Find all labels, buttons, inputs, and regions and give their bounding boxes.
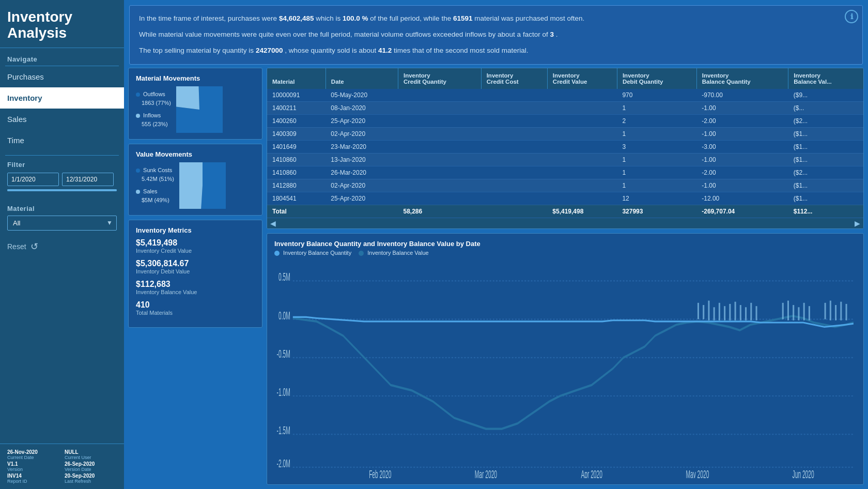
table-scroll[interactable]: Material Date InventoryCredit Quantity I… bbox=[267, 68, 863, 218]
times-value: 41.2 bbox=[378, 47, 392, 54]
svg-text:-1.0M: -1.0M bbox=[277, 386, 290, 399]
left-panels: Material Movements Outflows 1863 (77%) I… bbox=[128, 68, 262, 485]
banner-line2: While material value movements were quit… bbox=[139, 29, 853, 41]
svg-rect-28 bbox=[735, 302, 736, 320]
col-date: Date bbox=[326, 68, 398, 89]
footer-version: V1.1 Version bbox=[7, 461, 59, 472]
svg-rect-24 bbox=[714, 307, 715, 320]
inventory-metrics-panel: Inventory Metrics $5,419,498 Inventory C… bbox=[128, 220, 262, 328]
date-range bbox=[7, 173, 117, 186]
reset-row: Reset ↺ bbox=[0, 234, 124, 257]
chart-title: Inventory Balance Quantity and Inventory… bbox=[274, 240, 856, 248]
balance-value-line bbox=[293, 316, 854, 429]
svg-rect-38 bbox=[809, 306, 810, 320]
material-number: 61591 bbox=[453, 14, 473, 22]
right-panels: Material Date InventoryCredit Quantity I… bbox=[267, 68, 864, 485]
reset-icon: ↺ bbox=[30, 241, 38, 252]
svg-text:Mar 2020: Mar 2020 bbox=[475, 468, 497, 478]
value-movements-chart: Sunk Costs 5.42M (51%) Sales $5M (49%) bbox=[136, 162, 255, 209]
pct-value: 100.0 % bbox=[343, 14, 368, 22]
pie-labels-value: Sunk Costs 5.42M (51%) Sales $5M (49%) bbox=[136, 166, 174, 205]
inventory-metrics-title: Inventory Metrics bbox=[136, 226, 255, 234]
navigate-label: Navigate bbox=[0, 48, 124, 66]
sidebar-item-purchases[interactable]: Purchases bbox=[0, 66, 124, 87]
debit-value-label: Inventory Debit Value bbox=[136, 268, 255, 274]
inflows-label: Inflows 555 (23%) bbox=[136, 111, 171, 129]
svg-text:Feb 2020: Feb 2020 bbox=[369, 468, 391, 478]
credit-value-metric: $5,419,498 Inventory Credit Value bbox=[136, 238, 255, 254]
material-label: Material bbox=[7, 205, 117, 212]
table-row: 140030902-Apr-20201-1.00($1... bbox=[267, 127, 863, 140]
sales-label: Sales $5M (49%) bbox=[136, 187, 174, 205]
date-end-input[interactable] bbox=[62, 173, 114, 186]
factor-value: 3 bbox=[550, 30, 554, 38]
material-select[interactable]: All bbox=[7, 216, 117, 231]
svg-rect-33 bbox=[782, 303, 784, 319]
credit-value-val: $5,419,498 bbox=[136, 238, 255, 248]
bar-overlay bbox=[698, 300, 847, 320]
reset-label: Reset bbox=[7, 242, 26, 251]
col-material: Material bbox=[267, 68, 326, 89]
pie-labels-material: Outflows 1863 (77%) Inflows 555 (23%) bbox=[136, 90, 171, 129]
app-title: Inventory Analysis bbox=[0, 0, 124, 48]
info-button[interactable]: ℹ bbox=[845, 10, 858, 23]
col-credit-qty: InventoryCredit Quantity bbox=[398, 68, 481, 89]
col-debit-qty: InventoryDebit Quantity bbox=[617, 68, 696, 89]
footer-current-user: NULL Current User bbox=[65, 449, 117, 460]
material-select-wrapper: All ▼ bbox=[7, 216, 117, 231]
material-movements-chart: Outflows 1863 (77%) Inflows 555 (23%) bbox=[136, 86, 255, 133]
table-body: 1000009105-May-2020970-970.00($9...14002… bbox=[267, 89, 863, 218]
banner-line1: In the time frame of interest, purchases… bbox=[139, 13, 853, 25]
scroll-left-button[interactable]: ◀ bbox=[270, 219, 276, 227]
inventory-table-panel: Material Date InventoryCredit Quantity I… bbox=[267, 68, 864, 229]
table-row: 180454125-Apr-202012-12.00($1... bbox=[267, 192, 863, 205]
sunk-label: Sunk Costs 5.42M (51%) bbox=[136, 166, 174, 184]
table-row: 1000009105-May-2020970-970.00($9... bbox=[267, 89, 863, 102]
sidebar-item-sales[interactable]: Sales bbox=[0, 109, 124, 130]
date-slider[interactable] bbox=[7, 189, 117, 191]
svg-rect-27 bbox=[729, 304, 731, 320]
svg-rect-43 bbox=[846, 304, 847, 320]
balance-value-val: $112,683 bbox=[136, 280, 255, 289]
chart-legend: Inventory Balance Quantity Inventory Bal… bbox=[274, 250, 856, 256]
sunk-dot bbox=[136, 169, 140, 173]
footer-info: 26-Nov-2020 Current Date NULL Current Us… bbox=[7, 449, 117, 484]
scroll-right-button[interactable]: ▶ bbox=[855, 219, 860, 227]
svg-rect-39 bbox=[825, 303, 826, 319]
inflows-dot bbox=[136, 114, 140, 118]
credit-value-label: Inventory Credit Value bbox=[136, 248, 255, 254]
sidebar-footer: 26-Nov-2020 Current Date NULL Current Us… bbox=[0, 444, 124, 489]
sidebar-item-inventory[interactable]: Inventory bbox=[0, 87, 124, 109]
summary-banner: ℹ In the time frame of interest, purchas… bbox=[129, 5, 863, 65]
value-movements-title: Value Movements bbox=[136, 150, 255, 158]
banner-line3: The top selling material by quantity is … bbox=[139, 45, 853, 57]
footer-version-date: 26-Sep-2020 Version Date bbox=[65, 461, 117, 472]
col-credit-value: InventoryCredit Value bbox=[547, 68, 617, 89]
chart-area: 0.5M 0.0M -0.5M -1.0M -1.5M -2.0M bbox=[274, 259, 856, 478]
footer-last-refresh: 20-Sep-2020 Last Refresh bbox=[65, 473, 117, 484]
filter-label: Filter bbox=[7, 161, 117, 169]
material-movements-title: Material Movements bbox=[136, 74, 255, 82]
svg-text:Jun 2020: Jun 2020 bbox=[793, 468, 814, 478]
svg-text:-0.5M: -0.5M bbox=[277, 348, 290, 360]
table-row: 141086026-Mar-20201-2.00($2... bbox=[267, 166, 863, 179]
svg-rect-36 bbox=[798, 307, 799, 320]
balance-value-label: Inventory Balance Value bbox=[136, 289, 255, 295]
reset-button[interactable]: Reset ↺ bbox=[7, 241, 38, 252]
svg-rect-37 bbox=[803, 303, 805, 320]
svg-text:-1.5M: -1.5M bbox=[277, 424, 290, 437]
balance-qty-line bbox=[293, 317, 854, 327]
table-row: 141288002-Apr-20201-1.00($1... bbox=[267, 179, 863, 192]
date-start-input[interactable] bbox=[7, 173, 59, 186]
svg-text:-2.0M: -2.0M bbox=[277, 457, 290, 470]
svg-rect-29 bbox=[740, 305, 741, 320]
qty-dot bbox=[274, 251, 280, 256]
inventory-table: Material Date InventoryCredit Quantity I… bbox=[267, 68, 863, 218]
value-movements-panel: Value Movements Sunk Costs 5.42M (51%) S… bbox=[128, 144, 262, 216]
material-movements-panel: Material Movements Outflows 1863 (77%) I… bbox=[128, 68, 262, 140]
legend-qty: Inventory Balance Quantity bbox=[274, 250, 351, 256]
svg-rect-22 bbox=[703, 305, 704, 319]
val-dot bbox=[359, 251, 364, 256]
sidebar-item-time[interactable]: Time bbox=[0, 130, 124, 151]
col-balance-qty: InventoryBalance Quantity bbox=[696, 68, 788, 89]
